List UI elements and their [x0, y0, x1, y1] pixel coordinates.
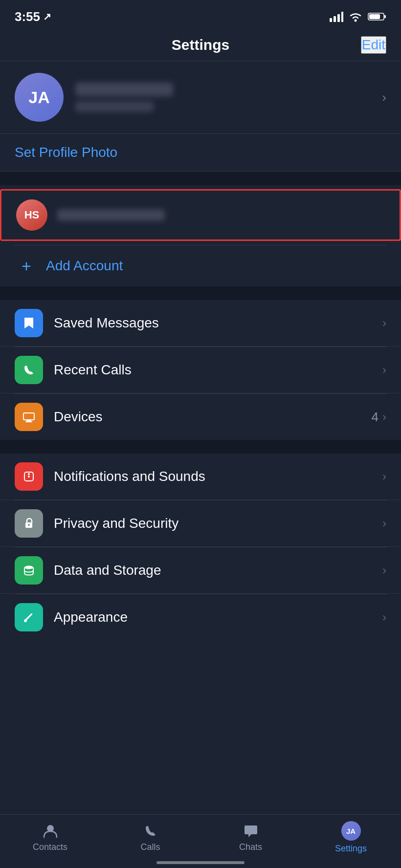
- add-account-row[interactable]: + Add Account: [0, 245, 401, 286]
- status-icons: [330, 11, 386, 22]
- devices-icon: [15, 403, 43, 431]
- saved-messages-label: Saved Messages: [54, 315, 382, 331]
- saved-messages-row[interactable]: Saved Messages ›: [0, 300, 401, 347]
- contacts-tab-label: Contacts: [33, 842, 67, 852]
- bottom-spacing: [0, 640, 401, 660]
- appearance-row[interactable]: Appearance ›: [0, 594, 401, 640]
- notifications-icon: [15, 462, 43, 491]
- second-account-avatar: HS: [16, 199, 47, 231]
- svg-rect-1: [334, 16, 336, 22]
- svg-rect-9: [26, 420, 31, 421]
- recent-calls-icon: [15, 356, 43, 384]
- settings-tab-label: Settings: [335, 844, 367, 854]
- saved-messages-icon: [15, 309, 43, 337]
- recent-calls-row[interactable]: Recent Calls ›: [0, 347, 401, 393]
- location-icon: ↗: [43, 11, 51, 22]
- signal-icon: [330, 11, 343, 22]
- notifications-row[interactable]: Notifications and Sounds ›: [0, 454, 401, 500]
- profile-chevron-icon: ›: [382, 90, 386, 105]
- svg-point-13: [28, 476, 30, 477]
- data-storage-icon: [15, 556, 43, 585]
- privacy-label: Privacy and Security: [54, 516, 382, 531]
- recent-calls-label: Recent Calls: [54, 362, 382, 378]
- privacy-chevron-icon: ›: [382, 517, 386, 530]
- devices-label: Devices: [54, 409, 372, 425]
- saved-messages-chevron-icon: ›: [382, 316, 386, 330]
- svg-point-12: [28, 473, 30, 475]
- notifications-chevron-icon: ›: [382, 470, 386, 483]
- data-storage-chevron-icon: ›: [382, 564, 386, 577]
- wifi-icon: [348, 11, 363, 22]
- settings-tab-avatar: JA: [341, 821, 361, 841]
- appearance-chevron-icon: ›: [382, 610, 386, 624]
- second-account-row[interactable]: HS: [0, 189, 401, 241]
- add-icon: +: [15, 254, 38, 278]
- svg-rect-0: [330, 18, 332, 22]
- profile-row[interactable]: JA ›: [0, 61, 401, 133]
- status-time: 3:55 ↗: [15, 9, 51, 24]
- svg-rect-2: [337, 14, 340, 22]
- privacy-row[interactable]: Privacy and Security ›: [0, 500, 401, 547]
- calls-tab-icon: [142, 823, 159, 839]
- profile-name-blurred: [75, 83, 173, 96]
- profile-info: [75, 83, 377, 112]
- contacts-tab-icon: [42, 823, 59, 839]
- add-account-label: Add Account: [46, 258, 123, 274]
- second-account-name-blurred: [57, 209, 165, 221]
- page-title: Settings: [172, 37, 229, 53]
- svg-point-4: [355, 20, 357, 22]
- svg-rect-10: [25, 421, 32, 422]
- nav-bar: Settings Edit: [0, 29, 401, 61]
- set-photo-section: Set Profile Photo: [0, 134, 401, 171]
- privacy-icon: [15, 509, 43, 538]
- status-bar: 3:55 ↗: [0, 0, 401, 29]
- data-storage-row[interactable]: Data and Storage ›: [0, 547, 401, 594]
- tab-calls[interactable]: Calls: [100, 823, 200, 852]
- home-indicator: [156, 861, 245, 864]
- svg-point-15: [28, 524, 30, 526]
- tab-settings[interactable]: JA Settings: [301, 821, 401, 854]
- set-profile-photo-button[interactable]: Set Profile Photo: [15, 145, 117, 160]
- profile-phone-blurred: [75, 101, 154, 112]
- devices-badge: 4: [372, 410, 379, 425]
- avatar-initials: JA: [28, 88, 49, 107]
- devices-row[interactable]: Devices 4 ›: [0, 394, 401, 440]
- svg-point-16: [24, 566, 33, 569]
- svg-rect-8: [23, 413, 34, 420]
- second-account-initials: HS: [24, 209, 40, 221]
- section-gap-2: [0, 286, 401, 300]
- data-storage-label: Data and Storage: [54, 563, 382, 578]
- notifications-label: Notifications and Sounds: [54, 469, 382, 484]
- recent-calls-chevron-icon: ›: [382, 363, 386, 377]
- devices-chevron-icon: ›: [382, 410, 386, 424]
- section-gap-1: [0, 172, 401, 185]
- chats-tab-icon: [243, 823, 259, 839]
- svg-rect-6: [384, 15, 386, 18]
- calls-tab-label: Calls: [140, 842, 160, 852]
- accounts-section: HS + Add Account: [0, 189, 401, 286]
- appearance-icon: [15, 603, 43, 631]
- settings-avatar-initials: JA: [346, 827, 356, 835]
- tab-chats[interactable]: Chats: [200, 823, 301, 852]
- menu-section-2: Notifications and Sounds › Privacy and S…: [0, 454, 401, 640]
- tab-bar: Contacts Calls Chats JA Settings: [0, 814, 401, 868]
- appearance-label: Appearance: [54, 609, 382, 625]
- edit-button[interactable]: Edit: [361, 36, 386, 54]
- tab-contacts[interactable]: Contacts: [0, 823, 100, 852]
- clock: 3:55: [15, 9, 40, 24]
- battery-icon: [368, 12, 386, 22]
- svg-point-18: [24, 619, 27, 622]
- chats-tab-label: Chats: [239, 842, 262, 852]
- svg-rect-3: [341, 12, 343, 22]
- main-content: 3:55 ↗: [0, 0, 401, 714]
- avatar: JA: [15, 73, 64, 122]
- menu-section-1: Saved Messages › Recent Calls ›: [0, 300, 401, 440]
- section-gap-3: [0, 440, 401, 454]
- svg-rect-7: [369, 14, 380, 19]
